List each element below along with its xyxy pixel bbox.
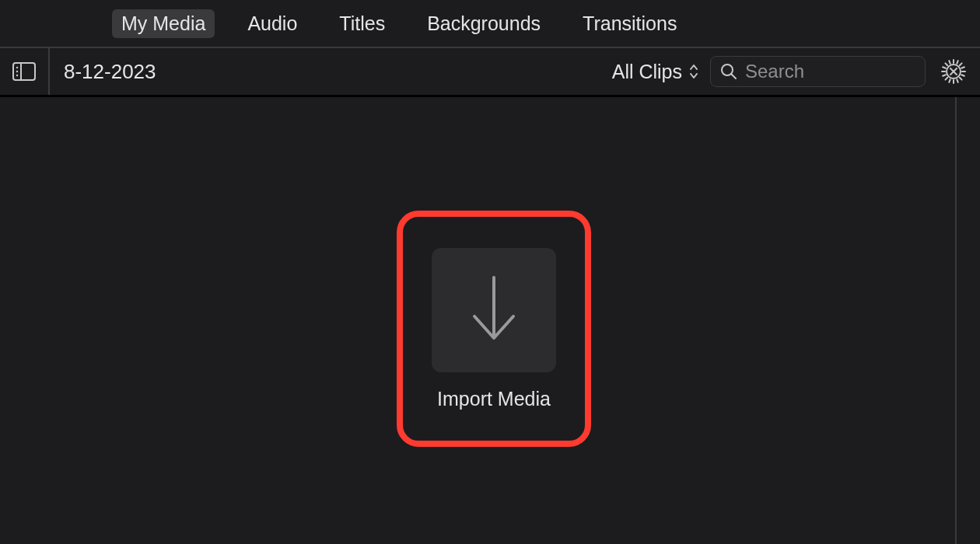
clips-filter-label: All Clips xyxy=(612,61,682,83)
download-arrow-icon xyxy=(467,271,521,349)
settings-button[interactable] xyxy=(936,54,971,89)
sidebar-icon xyxy=(12,62,36,81)
svg-line-21 xyxy=(949,79,950,82)
panel-divider[interactable] xyxy=(955,97,957,544)
project-title: 8-12-2023 xyxy=(50,60,612,84)
svg-line-12 xyxy=(945,63,947,65)
svg-line-16 xyxy=(949,61,950,64)
import-media-highlight: Import Media xyxy=(397,211,591,447)
svg-line-19 xyxy=(961,67,964,68)
media-content-area: Import Media xyxy=(0,96,980,544)
search-icon xyxy=(720,63,737,80)
tab-audio[interactable]: Audio xyxy=(238,9,306,38)
svg-line-14 xyxy=(945,78,947,80)
tab-my-media[interactable]: My Media xyxy=(112,9,215,38)
gear-icon xyxy=(940,58,967,85)
toolbar-right-controls: All Clips xyxy=(612,54,980,89)
svg-line-15 xyxy=(960,63,962,65)
updown-chevron-icon xyxy=(688,63,699,80)
import-media-button[interactable] xyxy=(432,248,556,372)
clips-filter-dropdown[interactable]: All Clips xyxy=(612,61,699,83)
tab-titles[interactable]: Titles xyxy=(330,9,394,38)
svg-line-13 xyxy=(960,78,962,80)
svg-line-17 xyxy=(957,79,957,82)
svg-line-6 xyxy=(732,75,737,79)
sidebar-toggle-button[interactable] xyxy=(0,48,50,95)
tab-transitions[interactable]: Transitions xyxy=(573,9,686,38)
tab-backgrounds[interactable]: Backgrounds xyxy=(418,9,550,38)
svg-line-23 xyxy=(961,75,964,75)
svg-line-20 xyxy=(957,61,957,64)
search-box[interactable] xyxy=(710,56,926,87)
svg-line-22 xyxy=(943,67,946,68)
svg-point-2 xyxy=(16,67,18,68)
svg-point-3 xyxy=(16,71,18,72)
top-tab-bar: My Media Audio Titles Backgrounds Transi… xyxy=(0,0,980,47)
svg-line-18 xyxy=(943,75,946,75)
svg-point-4 xyxy=(16,75,18,76)
import-media-label: Import Media xyxy=(437,388,551,410)
library-toolbar: 8-12-2023 All Clips xyxy=(0,47,980,96)
